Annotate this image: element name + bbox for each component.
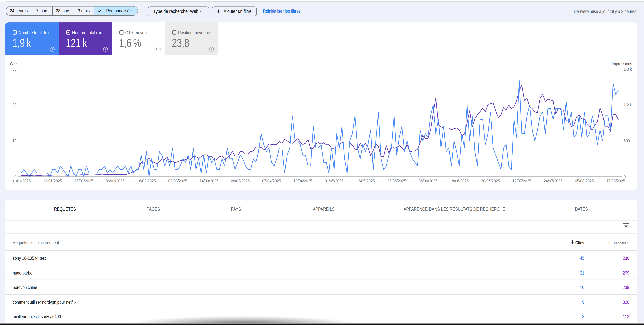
- svg-text:24/07/2025: 24/07/2025: [544, 178, 562, 183]
- svg-text:05/08/2025: 05/08/2025: [575, 178, 594, 183]
- svg-text:07/04/2025: 07/04/2025: [262, 178, 281, 183]
- svg-text:13/01/2025: 13/01/2025: [43, 178, 62, 183]
- svg-text:26/03/2025: 26/03/2025: [231, 178, 250, 183]
- svg-text:06/06/2025: 06/06/2025: [418, 178, 438, 183]
- svg-text:12/07/2025: 12/07/2025: [512, 178, 531, 183]
- svg-text:10: 10: [12, 138, 16, 143]
- svg-text:Impressions: Impressions: [612, 61, 632, 66]
- svg-text:06/02/2025: 06/02/2025: [106, 178, 125, 183]
- svg-text:13/05/2025: 13/05/2025: [356, 178, 375, 183]
- svg-text:01/05/2025: 01/05/2025: [325, 178, 344, 183]
- svg-text:Clics: Clics: [10, 61, 18, 66]
- svg-text:30/06/2025: 30/06/2025: [481, 178, 500, 183]
- svg-text:25/01/2025: 25/01/2025: [74, 178, 93, 183]
- svg-text:30: 30: [12, 67, 16, 72]
- svg-text:20: 20: [12, 102, 16, 107]
- svg-text:14/03/2025: 14/03/2025: [200, 178, 218, 183]
- svg-text:18/02/2025: 18/02/2025: [137, 178, 156, 183]
- svg-text:18/06/2025: 18/06/2025: [450, 178, 469, 183]
- svg-text:17/08/2025: 17/08/2025: [606, 178, 625, 183]
- svg-text:1,8 k: 1,8 k: [624, 67, 632, 72]
- svg-text:19/04/2025: 19/04/2025: [293, 178, 312, 183]
- svg-text:02/03/2025: 02/03/2025: [168, 178, 187, 183]
- svg-text:600: 600: [624, 138, 630, 143]
- svg-text:1,2 k: 1,2 k: [624, 102, 632, 107]
- svg-text:01/01/2025: 01/01/2025: [12, 178, 31, 183]
- svg-text:25/05/2025: 25/05/2025: [387, 178, 406, 183]
